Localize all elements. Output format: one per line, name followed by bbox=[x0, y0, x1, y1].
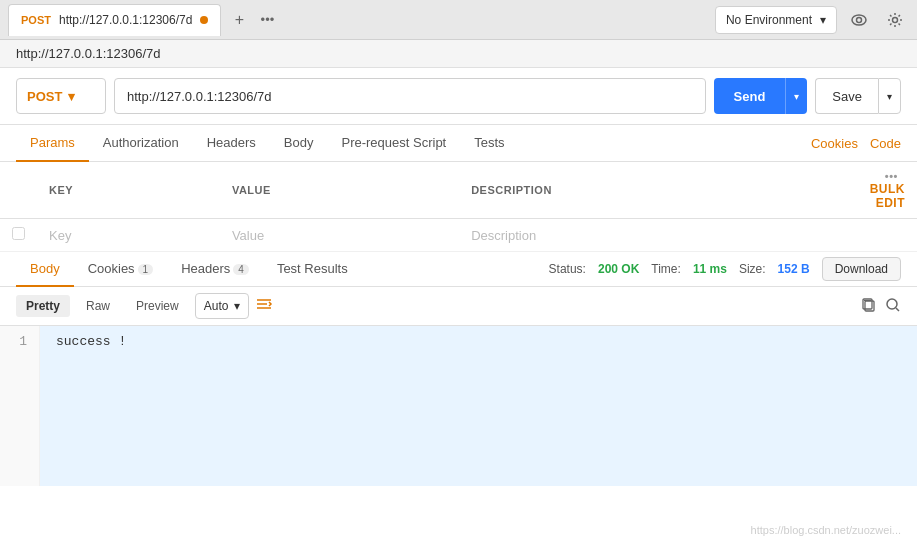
time-label: Time: bbox=[651, 262, 681, 276]
save-button-group: Save ▾ bbox=[815, 78, 901, 114]
size-value: 152 B bbox=[778, 262, 810, 276]
request-bar: POST ▾ Send ▾ Save ▾ bbox=[0, 68, 917, 125]
tab-bar-right: No Environment ▾ bbox=[715, 6, 909, 34]
send-dropdown-button[interactable]: ▾ bbox=[785, 78, 807, 114]
response-content: success ! bbox=[40, 326, 917, 486]
response-status-bar: Status: 200 OK Time: 11 ms Size: 152 B D… bbox=[549, 257, 901, 281]
url-input[interactable] bbox=[114, 78, 706, 114]
tab-prerequest[interactable]: Pre-request Script bbox=[327, 125, 460, 162]
watermark-text: https://blog.csdn.net/zuozwei... bbox=[751, 524, 901, 536]
svg-point-1 bbox=[857, 17, 862, 22]
pretty-view-button[interactable]: Pretty bbox=[16, 295, 70, 317]
eye-icon-button[interactable] bbox=[845, 6, 873, 34]
raw-view-button[interactable]: Raw bbox=[76, 295, 120, 317]
preview-view-button[interactable]: Preview bbox=[126, 295, 189, 317]
watermark: https://blog.csdn.net/zuozwei... bbox=[0, 520, 917, 540]
app-container: POST http://127.0.0.1:12306/7d + ••• No … bbox=[0, 0, 917, 540]
copy-icon[interactable] bbox=[861, 297, 877, 316]
description-cell[interactable]: Description bbox=[459, 219, 857, 252]
format-selector[interactable]: Auto ▾ bbox=[195, 293, 250, 319]
send-button[interactable]: Send bbox=[714, 78, 786, 114]
row-checkbox[interactable] bbox=[0, 219, 37, 252]
tab-modified-dot bbox=[200, 16, 208, 24]
tab-authorization[interactable]: Authorization bbox=[89, 125, 193, 162]
svg-point-2 bbox=[893, 17, 898, 22]
res-toolbar-right bbox=[861, 297, 901, 316]
headers-badge: 4 bbox=[233, 264, 249, 275]
format-dropdown-arrow: ▾ bbox=[234, 299, 240, 313]
bulk-edit-button[interactable]: Bulk Edit bbox=[870, 182, 905, 210]
checkbox-header bbox=[0, 162, 37, 219]
tab-params[interactable]: Params bbox=[16, 125, 89, 162]
status-label: Status: bbox=[549, 262, 586, 276]
tab-tests[interactable]: Tests bbox=[460, 125, 518, 162]
method-label: POST bbox=[27, 89, 62, 104]
key-cell[interactable]: Key bbox=[37, 219, 220, 252]
tab-headers[interactable]: Headers bbox=[193, 125, 270, 162]
environment-selector[interactable]: No Environment ▾ bbox=[715, 6, 837, 34]
tab-body[interactable]: Body bbox=[270, 125, 328, 162]
svg-point-8 bbox=[887, 299, 897, 309]
value-header: VALUE bbox=[220, 162, 459, 219]
settings-icon-button[interactable] bbox=[881, 6, 909, 34]
table-more-icon[interactable]: ••• bbox=[885, 170, 898, 182]
time-value: 11 ms bbox=[693, 262, 727, 276]
response-body: 1 success ! bbox=[0, 326, 917, 520]
key-header: KEY bbox=[37, 162, 220, 219]
cookies-badge: 1 bbox=[138, 264, 154, 275]
new-tab-button[interactable]: + bbox=[225, 6, 253, 34]
svg-point-0 bbox=[852, 15, 866, 25]
code-link[interactable]: Code bbox=[870, 126, 901, 161]
description-header: DESCRIPTION bbox=[459, 162, 857, 219]
tab-method: POST bbox=[21, 14, 51, 26]
tab-url: http://127.0.0.1:12306/7d bbox=[59, 13, 192, 27]
req-tab-right: Cookies Code bbox=[811, 126, 901, 161]
response-body-inner: 1 success ! bbox=[0, 326, 917, 486]
res-tab-body[interactable]: Body bbox=[16, 252, 74, 287]
res-tab-cookies[interactable]: Cookies1 bbox=[74, 252, 168, 287]
gear-icon bbox=[887, 12, 903, 28]
response-toolbar: Pretty Raw Preview Auto ▾ bbox=[0, 287, 917, 326]
actions-header: ••• Bulk Edit bbox=[857, 162, 917, 219]
request-tab[interactable]: POST http://127.0.0.1:12306/7d bbox=[8, 4, 221, 36]
svg-line-9 bbox=[896, 308, 899, 311]
save-dropdown-button[interactable]: ▾ bbox=[878, 78, 901, 114]
cookies-link[interactable]: Cookies bbox=[811, 126, 858, 161]
table-row: Key Value Description bbox=[0, 219, 917, 252]
method-dropdown-arrow: ▾ bbox=[68, 89, 75, 104]
value-cell[interactable]: Value bbox=[220, 219, 459, 252]
request-tabs: Params Authorization Headers Body Pre-re… bbox=[0, 125, 917, 162]
res-tab-test-results[interactable]: Test Results bbox=[263, 252, 362, 287]
tab-more-button[interactable]: ••• bbox=[253, 6, 281, 34]
response-tabs-bar: Body Cookies1 Headers4 Test Results Stat… bbox=[0, 252, 917, 287]
method-selector[interactable]: POST ▾ bbox=[16, 78, 106, 114]
row-actions bbox=[857, 219, 917, 252]
save-button[interactable]: Save bbox=[815, 78, 878, 114]
breadcrumb-url: http://127.0.0.1:12306/7d bbox=[16, 46, 161, 61]
send-button-group: Send ▾ bbox=[714, 78, 808, 114]
params-table: KEY VALUE DESCRIPTION ••• Bulk Edit Key … bbox=[0, 162, 917, 252]
eye-icon bbox=[851, 12, 867, 28]
url-breadcrumb: http://127.0.0.1:12306/7d bbox=[0, 40, 917, 68]
tab-bar: POST http://127.0.0.1:12306/7d + ••• No … bbox=[0, 0, 917, 40]
size-label: Size: bbox=[739, 262, 766, 276]
line-numbers: 1 bbox=[0, 326, 40, 486]
env-label: No Environment bbox=[726, 13, 812, 27]
status-code: 200 OK bbox=[598, 262, 639, 276]
format-label: Auto bbox=[204, 299, 229, 313]
res-tab-headers[interactable]: Headers4 bbox=[167, 252, 263, 287]
wrap-icon[interactable] bbox=[255, 295, 273, 317]
search-icon[interactable] bbox=[885, 297, 901, 316]
env-dropdown-arrow: ▾ bbox=[820, 13, 826, 27]
download-button[interactable]: Download bbox=[822, 257, 901, 281]
